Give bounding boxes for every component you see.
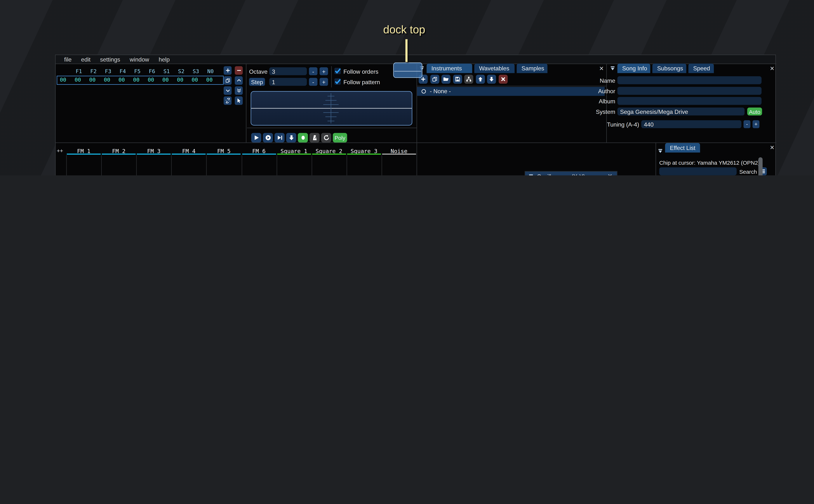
menu-settings[interactable]: settings xyxy=(95,56,125,63)
tab-wavetables[interactable]: Wavetables xyxy=(474,64,515,73)
repeat-pattern-button[interactable] xyxy=(321,133,331,143)
channel-color-bar xyxy=(277,153,311,154)
duplicate-order-button[interactable] xyxy=(224,76,231,85)
menu-help[interactable]: help xyxy=(154,56,174,63)
album-input[interactable] xyxy=(617,97,761,105)
order-cell[interactable]: 00 xyxy=(70,77,85,83)
order-cell[interactable]: 00 xyxy=(173,77,187,83)
menu-bar: fileeditsettingswindowhelp xyxy=(56,55,775,64)
deep-clone-order-button[interactable] xyxy=(235,86,243,95)
oscilloscope-tick xyxy=(327,121,334,121)
pattern-corner-button[interactable]: ++ xyxy=(57,148,63,154)
order-row-index: 00 xyxy=(57,77,69,83)
order-cell[interactable]: 00 xyxy=(129,77,144,83)
name-label: Name xyxy=(583,77,615,84)
chevDD-icon xyxy=(236,88,241,93)
tab-song-info[interactable]: Song Info xyxy=(617,64,650,73)
channel-separator xyxy=(171,155,172,175)
channel-separator xyxy=(381,155,382,175)
menu-window[interactable]: window xyxy=(125,56,154,63)
octave-input[interactable]: 3 xyxy=(269,67,307,75)
tuning-input[interactable]: 440 xyxy=(641,120,741,128)
open-instrument-button[interactable] xyxy=(442,75,451,84)
octave-plus-button[interactable]: + xyxy=(319,67,328,75)
step-minus-button[interactable]: - xyxy=(309,78,317,86)
order-cell[interactable]: 00 xyxy=(187,77,202,83)
tab-speed[interactable]: Speed xyxy=(689,64,714,73)
order-cell[interactable]: 00 xyxy=(158,77,173,83)
tab-effect-list[interactable]: Effect List xyxy=(665,143,700,153)
stop-button[interactable] xyxy=(298,133,308,143)
collapse-panel-icon[interactable] xyxy=(610,66,615,71)
system-label: System xyxy=(583,109,615,115)
instrument-list-item[interactable]: - None - xyxy=(417,87,605,96)
tab-subsongs[interactable]: Subsongs xyxy=(652,64,686,73)
play-one-row-button[interactable] xyxy=(274,133,284,143)
move-instrument-down-button[interactable] xyxy=(487,75,496,84)
remove-order-button[interactable] xyxy=(235,66,243,75)
menu-edit[interactable]: edit xyxy=(76,56,95,63)
close-icon[interactable]: × xyxy=(768,65,776,73)
poly-button[interactable]: Poly xyxy=(333,133,347,143)
move-order-down-button[interactable] xyxy=(224,86,231,95)
check-icon xyxy=(334,67,341,74)
step-input[interactable]: 1 xyxy=(269,78,307,86)
menu-file[interactable]: file xyxy=(59,56,76,63)
instrument-folders-button[interactable] xyxy=(464,75,473,84)
panel-divider[interactable] xyxy=(656,142,656,175)
close-icon[interactable]: × xyxy=(768,144,776,151)
tuning-minus-button[interactable]: - xyxy=(744,120,750,128)
effect-search-input[interactable] xyxy=(659,167,737,175)
delete-instrument-button[interactable] xyxy=(499,75,508,84)
radio-icon xyxy=(421,88,427,94)
furnace-tracker-window: fileeditsettingswindowhelp F1F2F3F4F5F6S… xyxy=(55,55,776,175)
order-cell[interactable]: 00 xyxy=(85,77,100,83)
play-from-cursor-button[interactable] xyxy=(263,133,273,143)
channel-separator xyxy=(417,155,417,175)
auto-system-button[interactable]: Auto xyxy=(747,108,762,116)
dock-top-target[interactable] xyxy=(393,62,422,78)
author-input[interactable] xyxy=(617,87,761,95)
order-cell[interactable]: 00 xyxy=(144,77,158,83)
playEnd-icon xyxy=(276,134,283,141)
name-input[interactable] xyxy=(617,76,761,84)
step-button[interactable]: Step xyxy=(249,78,265,86)
step-one-row-button[interactable] xyxy=(286,133,296,143)
panel-divider[interactable] xyxy=(246,64,246,142)
oscilloscope-xy-window[interactable]: Oscilloscope (X-Y) × xyxy=(525,171,617,175)
system-input[interactable]: Sega Genesis/Mega Drive xyxy=(617,108,745,116)
channel-separator xyxy=(346,155,347,175)
move-instrument-up-button[interactable] xyxy=(476,75,485,84)
close-icon[interactable]: × xyxy=(606,173,614,175)
order-edit-mode-button[interactable] xyxy=(235,96,243,105)
collapse-window-icon[interactable] xyxy=(528,174,534,175)
chip-oscilloscope[interactable] xyxy=(251,91,413,126)
duplicate-instrument-button[interactable] xyxy=(430,75,439,84)
effect-list-scrollbar[interactable] xyxy=(758,157,763,175)
tab-instruments[interactable]: Instruments xyxy=(427,64,472,73)
move-order-up-button[interactable] xyxy=(235,76,243,85)
channel-color-bar xyxy=(347,153,381,154)
collapse-triangle-icon xyxy=(610,66,615,71)
order-link-toggle-button[interactable] xyxy=(224,96,231,105)
order-cell[interactable]: 00 xyxy=(100,77,114,83)
toolbar-divider xyxy=(417,86,606,86)
channel-color-bar xyxy=(67,153,101,154)
step-plus-button[interactable]: + xyxy=(319,78,328,86)
octave-minus-button[interactable]: - xyxy=(309,67,317,75)
close-icon[interactable]: × xyxy=(598,65,605,73)
play-button[interactable] xyxy=(251,133,261,143)
save-instrument-button[interactable] xyxy=(453,75,462,84)
follow-orders-checkbox[interactable] xyxy=(334,68,341,74)
order-cell[interactable]: 00 xyxy=(114,77,129,83)
collapse-panel-icon[interactable] xyxy=(658,148,663,154)
add-order-button[interactable] xyxy=(224,66,231,75)
tuning-plus-button[interactable]: + xyxy=(753,120,759,128)
order-cell[interactable]: 00 xyxy=(202,77,216,83)
plus-icon xyxy=(225,68,230,73)
oscilloscope-xy-titlebar[interactable]: Oscilloscope (X-Y) × xyxy=(525,172,617,176)
oscilloscope-tick xyxy=(323,112,338,113)
follow-pattern-checkbox[interactable] xyxy=(334,78,341,85)
metronome-button[interactable] xyxy=(309,133,319,143)
tab-samples[interactable]: Samples xyxy=(517,64,548,73)
